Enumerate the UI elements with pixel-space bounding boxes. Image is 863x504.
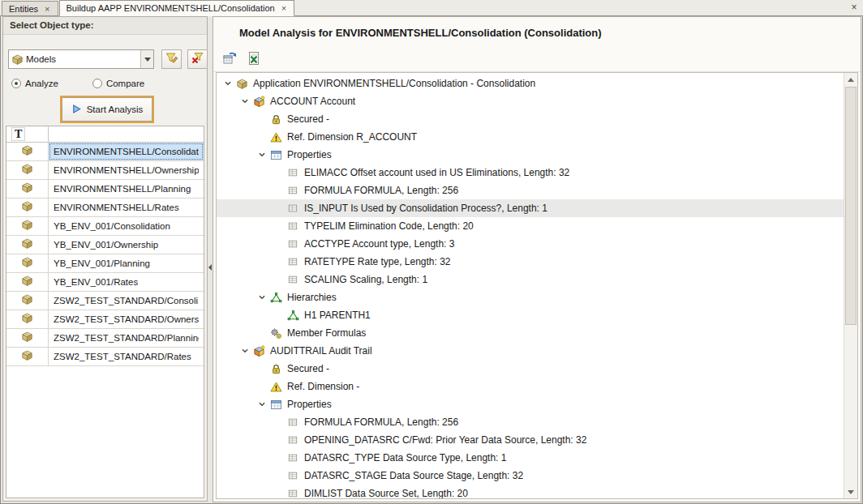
export-table-button[interactable] (220, 50, 239, 70)
tree-item-label: IS_INPUT Is Used by Consolidation Proces… (300, 203, 547, 214)
text-filter-header[interactable]: T (6, 126, 49, 142)
edit-filter-button[interactable] (161, 49, 182, 69)
tree-item[interactable]: FORMULA FORMULA, Length: 256 (217, 182, 844, 199)
tree-item[interactable]: Hierarchies (217, 288, 844, 306)
tree-item[interactable]: OPENING_DATASRC C/Fwd: Prior Year Data S… (217, 431, 844, 449)
close-icon[interactable]: × (845, 1, 863, 15)
name-column-header[interactable] (49, 126, 204, 142)
tree-item[interactable]: AUDITTRAIL Audit Trail (217, 342, 844, 360)
tree-item[interactable]: ACCTYPE Account type, Length: 3 (217, 235, 844, 253)
model-list-item[interactable]: ZSW2_TEST_STANDARD/Planning (6, 329, 204, 348)
vertical-scrollbar[interactable] (844, 73, 857, 498)
compare-radio[interactable] (92, 79, 102, 88)
tree-item[interactable]: Application ENVIRONMENTSHELL/Consolidati… (217, 75, 844, 92)
model-list-item[interactable]: YB_ENV_001/Consolidation (6, 217, 204, 236)
tab-close-icon[interactable]: × (44, 5, 50, 13)
scroll-up-icon[interactable] (844, 73, 857, 86)
tree-item[interactable]: IS_INPUT Is Used by Consolidation Proces… (217, 199, 844, 217)
tree-item[interactable]: Secured - (217, 110, 844, 128)
clear-filter-button[interactable] (187, 49, 208, 69)
tree-item[interactable]: DATASRC_STAGE Data Source Stage, Length:… (217, 467, 844, 485)
model-list-item[interactable]: ENVIRONMENTSHELL/Rates (6, 199, 204, 217)
model-package-icon (21, 163, 33, 177)
scroll-down-icon[interactable] (844, 485, 857, 498)
tree-item[interactable]: ACCOUNT Account (217, 92, 844, 110)
tree-item-label: DATASRC_STAGE Data Source Stage, Length:… (300, 470, 523, 481)
model-list-item[interactable]: ENVIRONMENTSHELL/Consolidation (6, 143, 204, 161)
tree-item[interactable]: DIMLIST Data Source Set, Length: 20 (217, 485, 844, 498)
tree-item[interactable]: Properties (217, 146, 844, 164)
property-icon (286, 166, 300, 179)
object-type-dropdown[interactable]: Models (8, 49, 154, 69)
indent-spacer (272, 220, 286, 233)
model-list-item[interactable]: ENVIRONMENTSHELL/Planning (6, 180, 204, 199)
property-icon (286, 273, 300, 286)
chevron-down-icon[interactable] (238, 95, 251, 108)
indent-spacer (255, 327, 268, 340)
tree-item-label: Properties (283, 399, 332, 410)
tree-item[interactable]: Member Formulas (217, 324, 844, 342)
model-package-icon (21, 144, 33, 159)
model-list-item[interactable]: YB_ENV_001/Planning (6, 254, 204, 273)
warning-icon (268, 380, 283, 393)
model-list-item-label: ENVIRONMENTSHELL/Ownership (54, 165, 199, 175)
tree-item-label: Hierarchies (283, 292, 337, 303)
start-analysis-button[interactable]: Start Analysis (62, 97, 152, 122)
tree-item-label: Secured - (283, 113, 329, 125)
tree-item[interactable]: ELIMACC Offset account used in US Elimin… (217, 164, 844, 182)
model-list-item[interactable]: YB_ENV_001/Rates (6, 273, 204, 292)
chevron-down-icon[interactable] (255, 148, 268, 161)
tree-item-label: Properties (283, 149, 332, 160)
chevron-down-icon[interactable] (140, 50, 153, 68)
tree-item-label: FORMULA FORMULA, Length: 256 (300, 185, 458, 196)
model-list-item[interactable]: YB_ENV_001/Ownership (6, 236, 204, 254)
tree-item[interactable]: FORMULA FORMULA, Length: 256 (217, 413, 844, 431)
chevron-down-icon[interactable] (255, 291, 268, 304)
tab[interactable]: Buildup AAPP ENVIRONMENTSHELL/Consolidat… (59, 0, 295, 16)
dimension-icon (251, 95, 266, 108)
text-filter-icon: T (11, 127, 25, 141)
tree-item[interactable]: RATETYPE Rate type, Length: 32 (217, 253, 844, 271)
model-package-icon (21, 256, 33, 271)
tree-item[interactable]: Ref. Dimension - (217, 378, 844, 395)
model-list-item[interactable]: ZSW2_TEST_STANDARD/Consoli... (6, 292, 204, 310)
scrollbar-thumb[interactable] (845, 87, 857, 325)
analyze-radio[interactable] (11, 79, 21, 88)
clear-filter-icon (191, 51, 204, 67)
indent-spacer (272, 237, 286, 250)
model-list-item-label: ENVIRONMENTSHELL/Rates (54, 203, 179, 212)
export-table-icon (222, 51, 237, 68)
tab[interactable]: Entities × (2, 1, 58, 15)
model-package-icon (21, 219, 33, 233)
analyze-radio-label[interactable]: Analyze (21, 79, 62, 88)
model-list-item-label: ZSW2_TEST_STANDARD/Planning (54, 333, 199, 343)
tree-item[interactable]: SCALING Scaling, Length: 1 (217, 271, 844, 288)
chevron-down-icon[interactable] (255, 398, 268, 411)
indent-spacer (272, 416, 286, 429)
property-icon (286, 202, 300, 215)
indent-spacer (272, 202, 286, 215)
tree-item-label: ACCOUNT Account (266, 96, 355, 107)
tree-item[interactable]: H1 PARENTH1 (217, 306, 844, 324)
tab-close-icon[interactable]: × (281, 4, 287, 12)
tree-item-label: TYPELIM Elimination Code, Length: 20 (300, 220, 474, 232)
chevron-down-icon[interactable] (238, 344, 251, 357)
tree-item-label: DIMLIST Data Source Set, Length: 20 (300, 488, 468, 498)
property-icon (286, 237, 300, 250)
analysis-toolbar (213, 48, 861, 72)
model-package-icon (21, 331, 33, 345)
tree-item[interactable]: DATASRC_TYPE Data Source Type, Length: 1 (217, 449, 844, 467)
export-excel-button[interactable] (244, 50, 264, 70)
tree-item[interactable]: Properties (217, 395, 844, 413)
tree-item-label: Secured - (283, 363, 329, 374)
compare-radio-label[interactable]: Compare (102, 79, 148, 88)
tree-item[interactable]: Secured - (217, 360, 844, 378)
chevron-down-icon[interactable] (221, 77, 234, 90)
model-list-item[interactable]: ZSW2_TEST_STANDARD/Owners... (6, 310, 204, 329)
models-package-icon (9, 53, 25, 66)
model-list-item[interactable]: ENVIRONMENTSHELL/Ownership (6, 161, 204, 180)
tree-item[interactable]: TYPELIM Elimination Code, Length: 20 (217, 217, 844, 235)
formula-icon (268, 327, 283, 340)
model-list-item[interactable]: ZSW2_TEST_STANDARD/Rates (6, 348, 204, 366)
tree-item[interactable]: Ref. Dimension R_ACCOUNT (217, 128, 844, 146)
